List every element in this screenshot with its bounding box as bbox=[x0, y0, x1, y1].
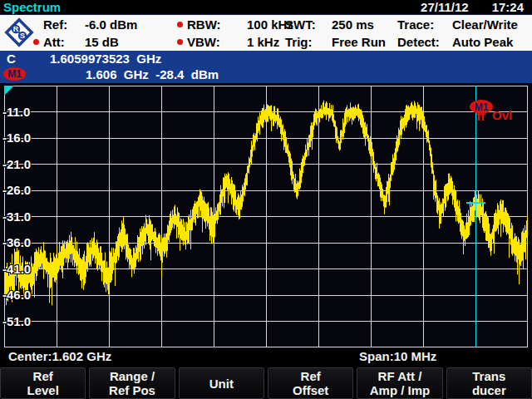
marker-readout-bar: C 1.6059973523 GHz M1 1.606 GHz -28.4 dB… bbox=[0, 51, 532, 83]
y-axis-label: -51.0 bbox=[2, 314, 31, 328]
spectrum-plot: -11.0-16.0-21.0-26.0-31.0-36.0-41.0-46.0… bbox=[0, 83, 532, 349]
trig-label: Trig: bbox=[285, 35, 332, 49]
setting-att: Att: 15 dB bbox=[33, 33, 137, 51]
y-axis-label: -46.0 bbox=[2, 288, 31, 302]
detect-label: Detect: bbox=[397, 35, 452, 49]
marker-m1-value: 1.606 GHz -28.4 dBm bbox=[86, 67, 219, 81]
settings-col-ref-att: Ref: -6.0 dBm Att: 15 dB bbox=[33, 16, 137, 51]
mode-title: Spectrum bbox=[3, 0, 61, 14]
y-axis-label: -21.0 bbox=[2, 157, 31, 171]
frequency-counter-row: C 1.6059973523 GHz bbox=[0, 51, 532, 66]
softkey-transducer[interactable]: Transducer bbox=[446, 367, 532, 399]
softkey-rf-att-amp-imp[interactable]: RF Att /Amp / Imp bbox=[357, 367, 442, 399]
settings-col-rbw-vbw: RBW: 100 kHz VBW: 1 kHz bbox=[177, 16, 293, 51]
setting-swt: SWT: 250 ms bbox=[285, 16, 386, 33]
settings-col-trace-detect: Trace: Clear/Write Detect: Auto Peak bbox=[397, 16, 518, 51]
ref-level-indicator-icon bbox=[4, 86, 14, 96]
y-axis-label: -26.0 bbox=[2, 183, 31, 197]
center-frequency-label: Center:1.602 GHz bbox=[8, 349, 111, 363]
setting-vbw: VBW: 1 kHz bbox=[177, 33, 293, 51]
trig-value: Free Run bbox=[332, 35, 386, 49]
overload-icon bbox=[475, 111, 487, 122]
rbw-label: RBW: bbox=[187, 17, 247, 32]
swt-label: SWT: bbox=[285, 17, 332, 32]
marker-row: M1 1.606 GHz -28.4 dBm bbox=[0, 66, 532, 82]
setting-ref: Ref: -6.0 dBm bbox=[33, 16, 137, 33]
svg-text:R: R bbox=[13, 25, 19, 33]
swt-value: 250 ms bbox=[332, 17, 374, 32]
plot-canvas bbox=[4, 86, 528, 347]
softkey-unit[interactable]: Unit bbox=[179, 367, 264, 399]
title-bar: Spectrum 27/11/12 17:24 bbox=[0, 0, 532, 15]
overload-label: Ovl bbox=[492, 108, 512, 122]
y-axis-label: -16.0 bbox=[2, 131, 31, 145]
setting-detect: Detect: Auto Peak bbox=[397, 33, 518, 51]
att-label: Att: bbox=[43, 35, 85, 49]
setting-trig: Trig: Free Run bbox=[285, 33, 386, 51]
setting-rbw: RBW: 100 kHz bbox=[177, 16, 293, 33]
vbw-value: 1 kHz bbox=[247, 35, 279, 49]
span-label: Span:10 MHz bbox=[359, 349, 436, 363]
att-status-dot bbox=[33, 39, 39, 45]
ref-value: -6.0 dBm bbox=[85, 17, 137, 32]
vbw-label: VBW: bbox=[187, 35, 247, 49]
setting-trace: Trace: Clear/Write bbox=[397, 16, 518, 33]
rbw-status-dot bbox=[177, 22, 183, 27]
settings-bar: R S Ref: -6.0 dBm Att: 15 dB RBW: 100 kH… bbox=[0, 15, 532, 51]
counter-label: C bbox=[7, 52, 16, 66]
vbw-status-dot bbox=[177, 39, 183, 45]
trace-label: Trace: bbox=[397, 17, 452, 32]
detect-value: Auto Peak bbox=[452, 35, 513, 49]
svg-text:S: S bbox=[20, 32, 25, 40]
y-axis-label: -31.0 bbox=[2, 209, 31, 224]
y-axis-label: -41.0 bbox=[2, 262, 31, 276]
rohde-schwarz-logo: R S bbox=[3, 17, 35, 48]
softkey-ref-level[interactable]: RefLevel bbox=[0, 367, 86, 399]
softkey-range-ref-pos[interactable]: Range /Ref Pos bbox=[89, 367, 175, 399]
plot-grid bbox=[4, 86, 528, 347]
softkey-ref-offset[interactable]: RefOffset bbox=[268, 367, 353, 399]
trace-value: Clear/Write bbox=[452, 17, 518, 32]
softkey-bar: RefLevel Range /Ref Pos Unit RefOffset R… bbox=[0, 367, 532, 399]
att-value: 15 dB bbox=[85, 35, 119, 49]
spectrum-analyzer-screen: Spectrum 27/11/12 17:24 R S Ref: -6.0 dB… bbox=[0, 0, 532, 399]
y-axis-label: -11.0 bbox=[2, 105, 30, 119]
y-axis-label: -36.0 bbox=[2, 235, 31, 249]
time-label: 17:24 bbox=[492, 0, 524, 14]
ref-label: Ref: bbox=[43, 17, 85, 32]
settings-col-swt-trig: SWT: 250 ms Trig: Free Run bbox=[285, 16, 386, 51]
datetime: 27/11/12 17:24 bbox=[421, 0, 524, 14]
date-label: 27/11/12 bbox=[421, 0, 469, 14]
counter-value: 1.6059973523 GHz bbox=[50, 52, 161, 66]
marker-m1-badge: M1 bbox=[3, 67, 26, 81]
